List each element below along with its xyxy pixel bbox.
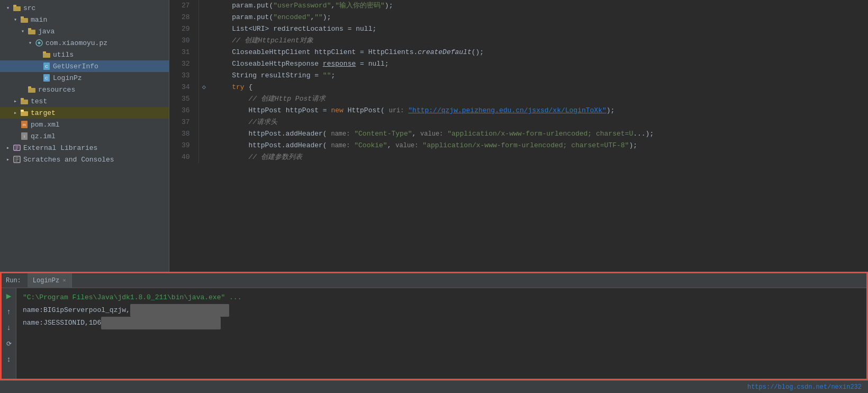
sidebar-label-target: target: [31, 109, 56, 117]
output-line-1: "C:\Program Files\Java\jdk1.8.0_211\bin\…: [23, 291, 860, 304]
line-num-29: 29: [169, 23, 198, 35]
run-button[interactable]: ▶: [3, 290, 15, 302]
code-line-34: 34 ◇ try {: [169, 82, 868, 93]
package-icon: [35, 39, 43, 47]
xml-icon-pomxml: m: [20, 120, 29, 129]
arrow-pomxml: [12, 121, 19, 128]
sidebar-label-extlib: External Libraries: [23, 144, 97, 152]
arrow-src: [4, 4, 12, 12]
sidebar-label-utils: utils: [53, 51, 74, 59]
svg-rect-5: [28, 28, 31, 30]
gutter-35: [198, 93, 209, 105]
bottom-tab-label: LoginPz: [33, 277, 59, 284]
gutter-36: [198, 105, 209, 117]
gutter-37: [198, 117, 209, 128]
svg-text:C: C: [45, 64, 48, 69]
output-prefix-3: name:JSESSIONID,1D6: [23, 319, 101, 327]
code-line-36: 36 HttpPost httpPost = new HttpPost( uri…: [169, 105, 868, 117]
line-num-32: 32: [169, 58, 198, 70]
svg-rect-18: [21, 111, 28, 116]
code-content[interactable]: 27 param.put("userPassword","输入你的密码"); 2…: [169, 0, 868, 272]
code-27: param.put("userPassword","输入你的密码");: [209, 0, 868, 12]
svg-rect-9: [43, 51, 46, 53]
svg-rect-17: [21, 98, 24, 100]
gutter-28: [198, 12, 209, 23]
code-34: try {: [209, 82, 868, 93]
line-num-40: 40: [169, 151, 198, 163]
status-bar: https://blog.csdn.net/nexin232: [0, 380, 868, 393]
code-35: // 创建Http Post请求: [209, 93, 868, 105]
line-num-33: 33: [169, 70, 198, 82]
scroll-up-button[interactable]: ↑: [3, 306, 15, 318]
arrow-main: [12, 16, 19, 23]
folder-icon-test: [20, 97, 29, 105]
scroll-down-button[interactable]: ↓: [3, 322, 15, 334]
code-37: //请求头: [209, 117, 868, 128]
line-num-34: 34: [169, 82, 198, 93]
folder-icon-java: [28, 27, 36, 35]
code-line-35: 35 // 创建Http Post请求: [169, 93, 868, 105]
svg-rect-3: [21, 16, 24, 19]
code-40: // 创建参数列表: [209, 151, 868, 163]
code-line-38: 38 httpPost.addHeader( name: "Content-Ty…: [169, 128, 868, 140]
iml-icon-qziml: i: [20, 132, 29, 140]
line-num-31: 31: [169, 47, 198, 58]
svg-rect-16: [21, 100, 28, 104]
sidebar-item-qziml[interactable]: i qz.iml: [0, 130, 169, 142]
arrow-java: [19, 28, 26, 35]
sidebar-label-java: java: [38, 28, 55, 35]
sidebar-label-loginpz: LoginPz: [53, 74, 82, 82]
svg-rect-0: [13, 6, 21, 11]
sidebar-label-qziml: qz.iml: [31, 132, 56, 140]
folder-icon-target: [20, 109, 29, 117]
output-blurred-3: [101, 317, 221, 329]
sidebar-item-pomxml[interactable]: m pom.xml: [0, 119, 169, 130]
code-29: List<URI> redirectLocations = null;: [209, 23, 868, 35]
sidebar-item-getuserinfo[interactable]: C GetUserInfo: [0, 60, 169, 72]
gutter-29: [198, 23, 209, 35]
java-file-icon-loginpz: C: [42, 74, 51, 82]
gutter-27: [198, 0, 209, 12]
sidebar-item-extlib[interactable]: External Libraries: [0, 142, 169, 154]
arrow-loginpz: [34, 74, 41, 82]
output-blurred-2: [130, 304, 229, 317]
sidebar: src main java com.xiaomoyu.pz: [0, 0, 169, 272]
sidebar-item-java[interactable]: java: [0, 25, 169, 37]
bottom-tab-loginpz[interactable]: LoginPz ×: [28, 273, 72, 288]
sidebar-item-main[interactable]: main: [0, 14, 169, 25]
line-num-28: 28: [169, 12, 198, 23]
code-line-31: 31 CloseableHttpClient httpClient = Http…: [169, 47, 868, 58]
sidebar-item-src[interactable]: src: [0, 2, 169, 14]
line-num-37: 37: [169, 117, 198, 128]
svg-rect-2: [21, 18, 28, 23]
code-line-32: 32 CloseableHttpResponse response = null…: [169, 58, 868, 70]
sidebar-item-utils[interactable]: utils: [0, 49, 169, 60]
run-label: Run:: [4, 277, 23, 284]
folder-icon-resources: [28, 85, 36, 94]
sidebar-label-pkg: com.xiaomoyu.pz: [46, 39, 107, 47]
sidebar-item-loginpz[interactable]: C LoginPz: [0, 72, 169, 84]
sidebar-label-main: main: [31, 16, 47, 24]
expand-button[interactable]: ↕: [3, 354, 15, 365]
close-tab-icon[interactable]: ×: [62, 278, 66, 284]
svg-rect-14: [28, 88, 35, 93]
folder-icon-src: [13, 4, 21, 12]
sidebar-item-test[interactable]: test: [0, 95, 169, 107]
arrow-resources: [19, 86, 26, 93]
rerun-button[interactable]: ⟳: [3, 338, 15, 350]
svg-rect-19: [21, 110, 24, 112]
sidebar-item-target[interactable]: target: [0, 107, 169, 119]
arrow-qziml: [12, 132, 19, 140]
code-30: // 创建Httpclient对象: [209, 35, 868, 47]
bottom-output[interactable]: "C:\Program Files\Java\jdk1.8.0_211\bin\…: [16, 288, 866, 379]
sidebar-item-scratches[interactable]: Scratches and Consoles: [0, 154, 169, 165]
status-url[interactable]: https://blog.csdn.net/nexin232: [747, 383, 862, 391]
code-line-33: 33 String resultString = "";: [169, 70, 868, 82]
output-line-2: name:BIGipServerpool_qzjw,: [23, 304, 860, 317]
sidebar-item-pkg[interactable]: com.xiaomoyu.pz: [0, 37, 169, 49]
scratch-icon: [13, 155, 21, 164]
sidebar-item-resources[interactable]: resources: [0, 84, 169, 95]
svg-text:m: m: [23, 123, 26, 127]
sidebar-label-getuserinfo: GetUserInfo: [53, 62, 98, 70]
svg-text:C: C: [45, 76, 48, 81]
